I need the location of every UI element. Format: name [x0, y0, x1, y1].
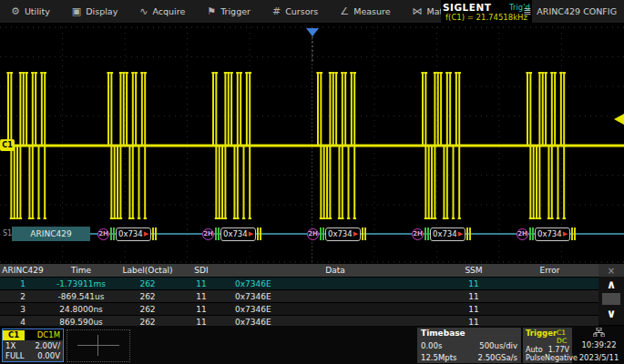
col-header-ssm: SSM [446, 266, 501, 275]
menu-acquire[interactable]: ∿ Acquire [128, 0, 196, 23]
channel1-offset-marker[interactable]: C1 [0, 139, 15, 151]
table-cell: 869.590us [46, 318, 117, 327]
table-cell: 0x7346E [224, 305, 446, 314]
timebase-title: Timebase [421, 329, 465, 338]
table-cell: 24.8000ns [46, 305, 117, 314]
decode-table-body: 1-1.73911ms262110x7346E112-869.541us2621… [0, 277, 598, 328]
plus-icon [77, 345, 119, 346]
truncated-arrow-icon: ▶ [563, 231, 568, 238]
table-cell: 2 [0, 292, 46, 301]
trigger-type: Pulse [526, 354, 545, 362]
lan-icon [593, 328, 605, 337]
decode-table-header: ARINC429 Time Label(Octal) SDI Data SSM … [0, 264, 598, 277]
menu-utility[interactable]: ⚙ Utility [0, 0, 61, 23]
scroll-up-button[interactable]: ∧ [598, 277, 624, 292]
table-cell: 11 [179, 279, 224, 288]
table-cell: 11 [446, 292, 501, 301]
decode-table: ARINC429 Time Label(Octal) SDI Data SSM … [0, 264, 598, 328]
frame-data-box: 0x734▶ [220, 228, 256, 241]
gear-icon: ⚙ [11, 6, 20, 16]
table-cell: 262 [117, 305, 179, 314]
timebase-samplerate: 2.50GSa/s [478, 353, 517, 362]
menu-trigger-label: Trigger [220, 6, 251, 16]
table-cell: 0x7346E [224, 279, 446, 288]
trigger-source: C1 DC [557, 329, 569, 345]
truncated-arrow-icon: ▶ [458, 231, 463, 238]
trigger-descriptor[interactable]: Trigger C1 DC Auto 1.77V Pulse Negative [523, 328, 572, 363]
decode-bus-id: S1 [3, 229, 12, 238]
timebase-descriptor[interactable]: Timebase 0.00s 500us/div 12.5Mpts 2.50GS… [417, 328, 521, 363]
frame-label-bubble: 2H [307, 228, 319, 240]
channel1-probe: 1X [5, 341, 15, 350]
frame-data-box: 0x734▶ [325, 228, 361, 241]
frame-start-marker [425, 228, 429, 240]
timebase-scale: 500us/div [479, 341, 517, 350]
menu-display-label: Display [86, 6, 118, 16]
trigger-slope: Negative [545, 354, 578, 362]
col-header-arinc429: ARINC429 [0, 266, 46, 275]
status-block: SIGLENT Trig'd f(C1) = 21.74518kHz [441, 0, 532, 23]
menu-display[interactable]: ▣ Display [61, 0, 128, 23]
channel1-offset: 0.00V [37, 351, 60, 360]
table-cell: 11 [179, 292, 224, 301]
table-cell: 11 [446, 305, 501, 314]
col-header-sdi: SDI [179, 266, 224, 275]
frame-label-bubble: 2H [412, 228, 424, 240]
scroll-down-button[interactable]: ∨ [598, 306, 624, 321]
table-cell: 262 [117, 318, 179, 327]
status-bar: C1 DC1M 1X 2.00V/ FULL 0.00V Timebase 0.… [0, 326, 624, 364]
table-cell: 262 [117, 292, 179, 301]
clock-time: 10:39:22 [581, 340, 616, 349]
table-cell: 11 [179, 318, 224, 327]
decode-bus-label[interactable]: ARINC429 [12, 227, 90, 241]
table-close-button[interactable]: × [598, 264, 624, 277]
frame-end-marker [466, 228, 471, 240]
channel1-descriptor[interactable]: C1 DC1M 1X 2.00V/ FULL 0.00V [2, 329, 64, 362]
table-row[interactable]: 324.8000ns262110x7346E11 [0, 302, 598, 315]
truncated-arrow-icon: ▶ [249, 231, 253, 238]
table-row[interactable]: 2-869.541us262110x7346E11 [0, 289, 598, 302]
table-cell: -1.73911ms [46, 279, 117, 288]
arinc429-config-button[interactable]: ≣ ARINC429 CONFIG [519, 0, 620, 23]
wave-icon: ∿ [139, 6, 148, 16]
frame-end-marker [257, 228, 261, 240]
frame-start-marker [320, 228, 324, 240]
col-header-label: Label(Octal) [117, 266, 179, 275]
menu-utility-label: Utility [25, 6, 50, 16]
truncated-arrow-icon: ▶ [144, 231, 148, 238]
trigger-mode: Auto [526, 346, 543, 354]
decode-frame: 2H0x734▶ [412, 227, 471, 241]
table-cell: 4 [0, 318, 46, 327]
list-icon: ≣ [523, 5, 531, 17]
channel1-bandwidth: FULL [5, 351, 25, 360]
table-cell: -869.541us [46, 292, 117, 301]
menu-trigger[interactable]: ⚑ Trigger [196, 0, 261, 23]
frame-label-bubble: 2H [97, 228, 109, 240]
table-side-controls: × ∧ ∨ [598, 264, 624, 325]
scrollbar-thumb[interactable] [602, 293, 620, 305]
table-cell: 0x7346E [224, 318, 446, 327]
table-cell: 262 [117, 279, 179, 288]
menu-cursors[interactable]: # Cursors [261, 0, 329, 23]
frame-end-marker [571, 228, 576, 240]
frame-start-marker [215, 228, 220, 240]
add-channel-button[interactable] [66, 329, 130, 362]
table-cell: 11 [446, 279, 501, 288]
channel1-badge: C1 [3, 330, 25, 340]
oscilloscope-screen: ⚙ Utility ▣ Display ∿ Acquire ⚑ Trigger … [0, 0, 624, 364]
table-cell: 3 [0, 305, 46, 314]
frame-start-marker [110, 228, 115, 240]
decode-frame: 2H0x734▶ [97, 227, 157, 241]
menu-measure[interactable]: ∠ Measure [329, 0, 401, 23]
frame-start-marker [529, 228, 534, 240]
timebase-delay: 0.00s [421, 341, 442, 350]
frame-end-marker [152, 228, 157, 240]
col-header-error: Error [501, 266, 598, 275]
menu-measure-label: Measure [353, 6, 390, 16]
protractor-icon: ∠ [340, 6, 349, 16]
trigger-title: Trigger [526, 329, 557, 345]
table-row[interactable]: 1-1.73911ms262110x7346E11 [0, 277, 598, 289]
truncated-arrow-icon: ▶ [353, 231, 358, 238]
frame-data-box: 0x734▶ [535, 228, 570, 241]
frame-end-marker [362, 228, 366, 240]
